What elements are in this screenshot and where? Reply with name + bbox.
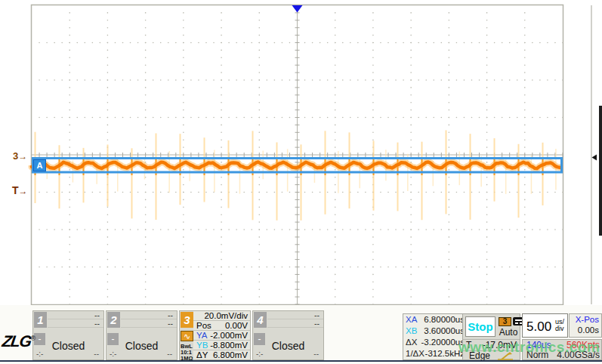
yb-value: -8.800mV: [210, 341, 248, 350]
pos-value: 0.00V: [225, 321, 248, 331]
cursor-xa-row: XA 6.80000us: [403, 314, 467, 325]
channel3-readouts: 20.0mV/div Pos 0.00V YA -2.000mV YB -8.8…: [193, 311, 250, 359]
acquisition-panel[interactable]: 140us 560Kpts Norm 4.00GSa/s: [522, 339, 602, 360]
sine-wave-icon: ∿: [181, 331, 193, 341]
channel1-footer-right: --: [94, 350, 99, 358]
channel3-dy-row: ΔY 6.800mV: [193, 350, 250, 360]
trigger-level-row: T -17.0mV: [463, 340, 520, 350]
sample-rate: 4.00GSa/s: [557, 350, 600, 360]
dx-value: -3.20000us: [421, 337, 465, 348]
channel2-footer-right: --: [167, 350, 172, 358]
channel2-box[interactable]: 2 -- -- - Closed -:- --: [106, 310, 178, 360]
zlg-logo: ZLG®: [2, 332, 36, 350]
window-edge: [599, 106, 602, 236]
dy-label: ΔY: [196, 350, 208, 360]
run-stop-button[interactable]: Stop: [465, 316, 495, 337]
trigger-level-value: -17.0mV: [483, 340, 517, 350]
channel4-footer-right: --: [313, 350, 319, 358]
channel3-yb-row: YB -8.800mV: [193, 341, 250, 350]
timebase-scale: 5.00: [526, 319, 551, 335]
channel4-box[interactable]: 4 -- -- - Closed -:- --: [252, 310, 324, 360]
right-arrow-icon: →: [19, 186, 28, 196]
xb-label: XB: [406, 325, 417, 337]
xa-value: 6.80000us: [424, 314, 465, 325]
channel1-status: Closed: [33, 340, 103, 352]
cursor-xb-row: XB 3.60000us: [403, 325, 467, 337]
trigger-source-badge[interactable]: 3: [499, 317, 511, 326]
channel4-badge: 4: [254, 312, 267, 328]
cursor-invdx-row: 1/ΔX -312.5kHz: [403, 348, 467, 359]
invdx-value: -312.5kHz: [425, 348, 465, 359]
timebase-unit: us/ div: [555, 319, 564, 332]
right-arrow-icon: →: [18, 151, 27, 162]
dy-value: 6.800mV: [213, 350, 248, 360]
window-bottom-border: [0, 360, 602, 362]
channel1-value-row: --: [48, 319, 103, 328]
timebase-box[interactable]: 5.00 us/ div: [522, 313, 568, 338]
channel3-scale-row: 20.0mV/div: [193, 311, 250, 321]
channel1-badge: 1: [34, 312, 47, 328]
acquisition-row: Norm 4.00GSa/s: [523, 350, 601, 360]
ya-value: -2.000mV: [210, 331, 248, 341]
channel2-status: Closed: [107, 340, 177, 352]
ya-label: YA: [196, 331, 208, 341]
yb-label: YB: [196, 341, 208, 350]
cursor-dx-row: ΔX -3.20000us: [403, 337, 467, 348]
channel4-value-row: --: [267, 319, 323, 328]
channel4-status: Closed: [253, 340, 323, 352]
horizontal-position-panel[interactable]: X-Pos 0.00s: [569, 313, 602, 338]
channel1-footer-left: -:-: [36, 350, 43, 358]
channel4-footer-left: -:-: [256, 350, 263, 358]
channel3-scale: 20.0mV/div: [204, 311, 248, 321]
channel2-value-row: --: [121, 319, 177, 328]
channel3-ya-row: YA -2.000mV: [193, 331, 250, 341]
dx-label: ΔX: [406, 337, 417, 348]
trigger-level-marker[interactable]: T→: [12, 186, 28, 196]
channel3-pos-row: Pos 0.00V: [193, 321, 250, 331]
channel3-box[interactable]: 20.0mV/div Pos 0.00V YA -2.000mV YB -8.8…: [179, 310, 251, 360]
channel1-box[interactable]: 1 -- -- - Closed -:- --: [32, 310, 104, 360]
channel3-position-marker[interactable]: 3→: [13, 151, 27, 162]
zoom-region-a-badge[interactable]: A: [33, 159, 46, 171]
xa-label: XA: [406, 314, 417, 325]
xpos-label: X-Pos: [576, 315, 599, 324]
trigger-panel: Stop 3 Auto T -17.0mV Edge: [462, 313, 520, 360]
waveform-display[interactable]: [0, 0, 602, 310]
acquisition-mode: Norm: [526, 350, 548, 360]
invdx-label: 1/ΔX: [406, 348, 424, 359]
trigger-sweep-mode[interactable]: Auto: [496, 327, 520, 338]
cursor-measurement-panel[interactable]: XA 6.80000us XB 3.60000us ΔX -3.20000us …: [403, 313, 468, 360]
channel3-badge: 3: [181, 312, 193, 328]
xb-value: 3.60000us: [424, 325, 465, 337]
xpos-value: 0.00s: [578, 325, 599, 335]
status-bar: 1 -- -- - Closed -:- -- 2 -- -- - Closed…: [0, 305, 602, 364]
pos-label: Pos: [196, 321, 211, 331]
oscilloscope-window: 3→ T→ A 1 -- -- - Closed -:- -- 2 -- -- …: [0, 0, 602, 364]
trigger-level-label: T: [466, 340, 471, 350]
channel2-footer-left: -:-: [110, 350, 116, 358]
channel2-badge: 2: [107, 312, 120, 328]
